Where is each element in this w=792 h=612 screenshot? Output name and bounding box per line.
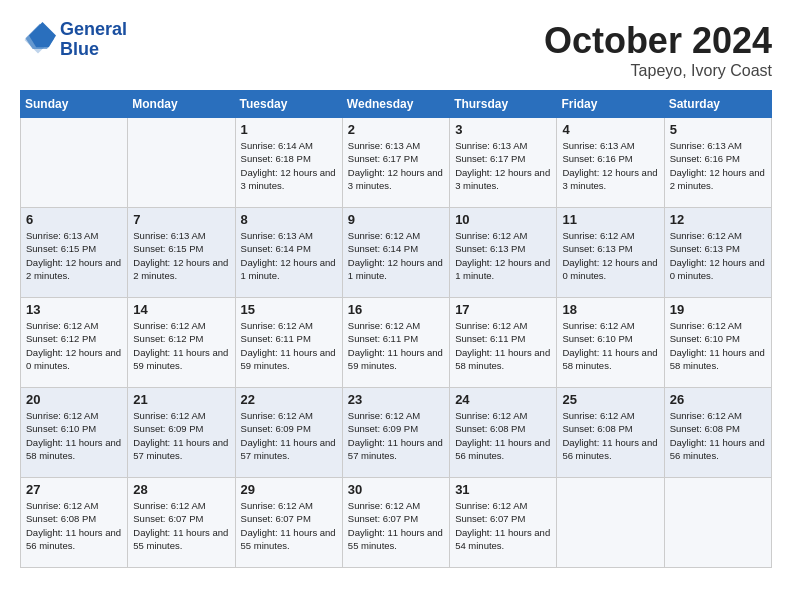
logo-line2: Blue [60, 40, 127, 60]
day-number: 11 [562, 212, 658, 227]
header-cell-monday: Monday [128, 91, 235, 118]
day-info: Sunrise: 6:12 AM Sunset: 6:07 PM Dayligh… [348, 499, 444, 552]
day-info: Sunrise: 6:12 AM Sunset: 6:09 PM Dayligh… [348, 409, 444, 462]
day-cell: 30Sunrise: 6:12 AM Sunset: 6:07 PM Dayli… [342, 478, 449, 568]
day-info: Sunrise: 6:13 AM Sunset: 6:17 PM Dayligh… [348, 139, 444, 192]
day-number: 12 [670, 212, 766, 227]
day-cell: 13Sunrise: 6:12 AM Sunset: 6:12 PM Dayli… [21, 298, 128, 388]
day-cell: 11Sunrise: 6:12 AM Sunset: 6:13 PM Dayli… [557, 208, 664, 298]
day-number: 16 [348, 302, 444, 317]
day-info: Sunrise: 6:12 AM Sunset: 6:07 PM Dayligh… [455, 499, 551, 552]
day-info: Sunrise: 6:13 AM Sunset: 6:15 PM Dayligh… [133, 229, 229, 282]
header-cell-wednesday: Wednesday [342, 91, 449, 118]
calendar-header: SundayMondayTuesdayWednesdayThursdayFrid… [21, 91, 772, 118]
calendar-table: SundayMondayTuesdayWednesdayThursdayFrid… [20, 90, 772, 568]
day-info: Sunrise: 6:12 AM Sunset: 6:13 PM Dayligh… [455, 229, 551, 282]
logo-line1: General [60, 20, 127, 40]
day-cell [21, 118, 128, 208]
day-number: 10 [455, 212, 551, 227]
day-info: Sunrise: 6:12 AM Sunset: 6:08 PM Dayligh… [455, 409, 551, 462]
day-cell: 7Sunrise: 6:13 AM Sunset: 6:15 PM Daylig… [128, 208, 235, 298]
day-number: 20 [26, 392, 122, 407]
header-cell-saturday: Saturday [664, 91, 771, 118]
day-cell: 24Sunrise: 6:12 AM Sunset: 6:08 PM Dayli… [450, 388, 557, 478]
day-number: 24 [455, 392, 551, 407]
day-cell: 28Sunrise: 6:12 AM Sunset: 6:07 PM Dayli… [128, 478, 235, 568]
day-cell: 16Sunrise: 6:12 AM Sunset: 6:11 PM Dayli… [342, 298, 449, 388]
day-number: 4 [562, 122, 658, 137]
day-number: 31 [455, 482, 551, 497]
day-info: Sunrise: 6:12 AM Sunset: 6:12 PM Dayligh… [133, 319, 229, 372]
day-cell: 10Sunrise: 6:12 AM Sunset: 6:13 PM Dayli… [450, 208, 557, 298]
day-number: 21 [133, 392, 229, 407]
day-cell: 17Sunrise: 6:12 AM Sunset: 6:11 PM Dayli… [450, 298, 557, 388]
header-cell-friday: Friday [557, 91, 664, 118]
day-cell: 21Sunrise: 6:12 AM Sunset: 6:09 PM Dayli… [128, 388, 235, 478]
day-cell [128, 118, 235, 208]
day-cell: 4Sunrise: 6:13 AM Sunset: 6:16 PM Daylig… [557, 118, 664, 208]
day-cell: 18Sunrise: 6:12 AM Sunset: 6:10 PM Dayli… [557, 298, 664, 388]
day-cell: 12Sunrise: 6:12 AM Sunset: 6:13 PM Dayli… [664, 208, 771, 298]
logo-icon [20, 22, 56, 58]
day-info: Sunrise: 6:12 AM Sunset: 6:11 PM Dayligh… [455, 319, 551, 372]
day-info: Sunrise: 6:13 AM Sunset: 6:16 PM Dayligh… [670, 139, 766, 192]
day-cell: 14Sunrise: 6:12 AM Sunset: 6:12 PM Dayli… [128, 298, 235, 388]
day-cell: 5Sunrise: 6:13 AM Sunset: 6:16 PM Daylig… [664, 118, 771, 208]
header-cell-tuesday: Tuesday [235, 91, 342, 118]
week-row-3: 20Sunrise: 6:12 AM Sunset: 6:10 PM Dayli… [21, 388, 772, 478]
month-title: October 2024 [544, 20, 772, 62]
day-cell: 2Sunrise: 6:13 AM Sunset: 6:17 PM Daylig… [342, 118, 449, 208]
day-cell: 22Sunrise: 6:12 AM Sunset: 6:09 PM Dayli… [235, 388, 342, 478]
day-number: 26 [670, 392, 766, 407]
calendar-body: 1Sunrise: 6:14 AM Sunset: 6:18 PM Daylig… [21, 118, 772, 568]
day-info: Sunrise: 6:12 AM Sunset: 6:13 PM Dayligh… [562, 229, 658, 282]
day-info: Sunrise: 6:12 AM Sunset: 6:11 PM Dayligh… [348, 319, 444, 372]
day-cell: 26Sunrise: 6:12 AM Sunset: 6:08 PM Dayli… [664, 388, 771, 478]
day-info: Sunrise: 6:12 AM Sunset: 6:10 PM Dayligh… [562, 319, 658, 372]
day-cell: 8Sunrise: 6:13 AM Sunset: 6:14 PM Daylig… [235, 208, 342, 298]
logo-text: General Blue [60, 20, 127, 60]
day-number: 3 [455, 122, 551, 137]
day-number: 5 [670, 122, 766, 137]
day-cell: 27Sunrise: 6:12 AM Sunset: 6:08 PM Dayli… [21, 478, 128, 568]
day-cell: 15Sunrise: 6:12 AM Sunset: 6:11 PM Dayli… [235, 298, 342, 388]
day-info: Sunrise: 6:12 AM Sunset: 6:10 PM Dayligh… [26, 409, 122, 462]
day-info: Sunrise: 6:13 AM Sunset: 6:14 PM Dayligh… [241, 229, 337, 282]
page-header: General Blue October 2024 Tapeyo, Ivory … [20, 20, 772, 80]
day-info: Sunrise: 6:14 AM Sunset: 6:18 PM Dayligh… [241, 139, 337, 192]
day-number: 29 [241, 482, 337, 497]
day-cell [557, 478, 664, 568]
day-number: 25 [562, 392, 658, 407]
day-info: Sunrise: 6:12 AM Sunset: 6:08 PM Dayligh… [670, 409, 766, 462]
day-cell: 19Sunrise: 6:12 AM Sunset: 6:10 PM Dayli… [664, 298, 771, 388]
day-info: Sunrise: 6:12 AM Sunset: 6:13 PM Dayligh… [670, 229, 766, 282]
day-info: Sunrise: 6:12 AM Sunset: 6:08 PM Dayligh… [26, 499, 122, 552]
day-info: Sunrise: 6:12 AM Sunset: 6:07 PM Dayligh… [133, 499, 229, 552]
title-block: October 2024 Tapeyo, Ivory Coast [544, 20, 772, 80]
header-cell-sunday: Sunday [21, 91, 128, 118]
day-cell: 25Sunrise: 6:12 AM Sunset: 6:08 PM Dayli… [557, 388, 664, 478]
day-number: 1 [241, 122, 337, 137]
day-number: 23 [348, 392, 444, 407]
week-row-2: 13Sunrise: 6:12 AM Sunset: 6:12 PM Dayli… [21, 298, 772, 388]
week-row-1: 6Sunrise: 6:13 AM Sunset: 6:15 PM Daylig… [21, 208, 772, 298]
day-number: 13 [26, 302, 122, 317]
day-cell: 6Sunrise: 6:13 AM Sunset: 6:15 PM Daylig… [21, 208, 128, 298]
day-number: 17 [455, 302, 551, 317]
day-info: Sunrise: 6:12 AM Sunset: 6:09 PM Dayligh… [133, 409, 229, 462]
day-number: 7 [133, 212, 229, 227]
day-number: 27 [26, 482, 122, 497]
week-row-0: 1Sunrise: 6:14 AM Sunset: 6:18 PM Daylig… [21, 118, 772, 208]
day-info: Sunrise: 6:12 AM Sunset: 6:11 PM Dayligh… [241, 319, 337, 372]
day-cell: 20Sunrise: 6:12 AM Sunset: 6:10 PM Dayli… [21, 388, 128, 478]
day-number: 14 [133, 302, 229, 317]
week-row-4: 27Sunrise: 6:12 AM Sunset: 6:08 PM Dayli… [21, 478, 772, 568]
day-cell: 23Sunrise: 6:12 AM Sunset: 6:09 PM Dayli… [342, 388, 449, 478]
day-cell: 9Sunrise: 6:12 AM Sunset: 6:14 PM Daylig… [342, 208, 449, 298]
logo: General Blue [20, 20, 127, 60]
day-number: 2 [348, 122, 444, 137]
day-number: 8 [241, 212, 337, 227]
day-number: 15 [241, 302, 337, 317]
day-info: Sunrise: 6:13 AM Sunset: 6:15 PM Dayligh… [26, 229, 122, 282]
day-info: Sunrise: 6:13 AM Sunset: 6:16 PM Dayligh… [562, 139, 658, 192]
